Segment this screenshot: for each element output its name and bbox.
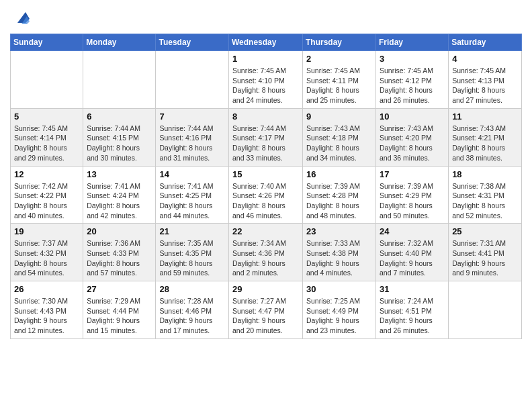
calendar-cell: 28Sunrise: 7:28 AMSunset: 4:46 PMDayligh… xyxy=(156,281,229,339)
calendar-cell xyxy=(83,51,156,109)
calendar-cell: 31Sunrise: 7:24 AMSunset: 4:51 PMDayligh… xyxy=(376,281,449,339)
day-number: 16 xyxy=(306,169,372,179)
calendar-table: SundayMondayTuesdayWednesdayThursdayFrid… xyxy=(10,34,522,339)
day-number: 6 xyxy=(87,111,152,122)
page: SundayMondayTuesdayWednesdayThursdayFrid… xyxy=(0,0,532,411)
day-info: Sunrise: 7:24 AMSunset: 4:51 PMDaylight:… xyxy=(380,296,445,336)
calendar-cell: 24Sunrise: 7:32 AMSunset: 4:40 PMDayligh… xyxy=(376,224,449,281)
day-number: 28 xyxy=(159,284,225,294)
day-number: 12 xyxy=(14,169,79,179)
day-info: Sunrise: 7:30 AMSunset: 4:43 PMDaylight:… xyxy=(14,296,79,336)
day-number: 13 xyxy=(87,169,152,179)
calendar-cell: 8Sunrise: 7:44 AMSunset: 4:17 PMDaylight… xyxy=(229,108,303,166)
day-number: 23 xyxy=(306,226,372,236)
day-info: Sunrise: 7:43 AMSunset: 4:21 PMDaylight:… xyxy=(452,124,518,163)
day-info: Sunrise: 7:27 AMSunset: 4:47 PMDaylight:… xyxy=(232,296,299,336)
day-info: Sunrise: 7:39 AMSunset: 4:28 PMDaylight:… xyxy=(306,181,372,221)
calendar-cell: 29Sunrise: 7:27 AMSunset: 4:47 PMDayligh… xyxy=(229,281,303,339)
day-number: 17 xyxy=(380,169,445,179)
day-info: Sunrise: 7:28 AMSunset: 4:46 PMDaylight:… xyxy=(159,296,225,336)
weekday-header-friday: Friday xyxy=(376,34,449,51)
day-info: Sunrise: 7:29 AMSunset: 4:44 PMDaylight:… xyxy=(87,296,152,336)
calendar-week-row: 1Sunrise: 7:45 AMSunset: 4:10 PMDaylight… xyxy=(11,51,522,109)
weekday-header-row: SundayMondayTuesdayWednesdayThursdayFrid… xyxy=(11,34,522,51)
calendar-cell: 18Sunrise: 7:38 AMSunset: 4:31 PMDayligh… xyxy=(449,166,522,224)
day-number: 4 xyxy=(452,54,518,64)
day-info: Sunrise: 7:43 AMSunset: 4:18 PMDaylight:… xyxy=(306,124,372,163)
day-number: 3 xyxy=(380,54,445,64)
day-number: 21 xyxy=(159,226,225,236)
day-info: Sunrise: 7:41 AMSunset: 4:25 PMDaylight:… xyxy=(159,181,225,221)
day-number: 15 xyxy=(232,169,299,179)
calendar-cell: 4Sunrise: 7:45 AMSunset: 4:13 PMDaylight… xyxy=(449,51,522,109)
calendar-cell: 1Sunrise: 7:45 AMSunset: 4:10 PMDaylight… xyxy=(229,51,303,109)
day-info: Sunrise: 7:35 AMSunset: 4:35 PMDaylight:… xyxy=(159,238,225,278)
calendar-cell xyxy=(156,51,229,109)
weekday-header-monday: Monday xyxy=(83,34,156,51)
calendar-week-row: 12Sunrise: 7:42 AMSunset: 4:22 PMDayligh… xyxy=(11,166,522,224)
calendar-cell: 25Sunrise: 7:31 AMSunset: 4:41 PMDayligh… xyxy=(449,224,522,281)
day-number: 19 xyxy=(14,226,79,236)
logo-icon xyxy=(12,9,31,28)
day-info: Sunrise: 7:45 AMSunset: 4:10 PMDaylight:… xyxy=(232,66,299,105)
calendar-cell: 10Sunrise: 7:43 AMSunset: 4:20 PMDayligh… xyxy=(376,108,449,166)
day-info: Sunrise: 7:34 AMSunset: 4:36 PMDaylight:… xyxy=(232,238,299,278)
day-number: 31 xyxy=(380,284,445,294)
day-info: Sunrise: 7:31 AMSunset: 4:41 PMDaylight:… xyxy=(452,238,518,278)
day-info: Sunrise: 7:38 AMSunset: 4:31 PMDaylight:… xyxy=(452,181,518,221)
day-info: Sunrise: 7:40 AMSunset: 4:26 PMDaylight:… xyxy=(232,181,299,221)
day-number: 9 xyxy=(306,111,372,122)
weekday-header-saturday: Saturday xyxy=(449,34,522,51)
day-number: 27 xyxy=(87,284,152,294)
weekday-header-thursday: Thursday xyxy=(303,34,376,51)
day-info: Sunrise: 7:45 AMSunset: 4:13 PMDaylight:… xyxy=(452,66,518,105)
day-info: Sunrise: 7:39 AMSunset: 4:29 PMDaylight:… xyxy=(380,181,445,221)
calendar-cell: 17Sunrise: 7:39 AMSunset: 4:29 PMDayligh… xyxy=(376,166,449,224)
calendar-cell: 23Sunrise: 7:33 AMSunset: 4:38 PMDayligh… xyxy=(303,224,376,281)
header xyxy=(10,7,522,28)
calendar-cell: 2Sunrise: 7:45 AMSunset: 4:11 PMDaylight… xyxy=(303,51,376,109)
calendar-cell: 5Sunrise: 7:45 AMSunset: 4:14 PMDaylight… xyxy=(11,108,83,166)
day-info: Sunrise: 7:45 AMSunset: 4:14 PMDaylight:… xyxy=(14,124,79,163)
day-number: 7 xyxy=(159,111,225,122)
day-number: 1 xyxy=(232,54,299,64)
day-number: 26 xyxy=(14,284,79,294)
weekday-header-tuesday: Tuesday xyxy=(156,34,229,51)
day-number: 11 xyxy=(452,111,518,122)
day-number: 5 xyxy=(14,111,79,122)
calendar-cell xyxy=(449,281,522,339)
day-info: Sunrise: 7:37 AMSunset: 4:32 PMDaylight:… xyxy=(14,238,79,278)
day-number: 22 xyxy=(232,226,299,236)
day-number: 14 xyxy=(159,169,225,179)
calendar-cell: 6Sunrise: 7:44 AMSunset: 4:15 PMDaylight… xyxy=(83,108,156,166)
day-number: 29 xyxy=(232,284,299,294)
day-info: Sunrise: 7:36 AMSunset: 4:33 PMDaylight:… xyxy=(87,238,152,278)
calendar-cell: 9Sunrise: 7:43 AMSunset: 4:18 PMDaylight… xyxy=(303,108,376,166)
calendar-cell: 22Sunrise: 7:34 AMSunset: 4:36 PMDayligh… xyxy=(229,224,303,281)
day-number: 30 xyxy=(306,284,372,294)
logo xyxy=(10,9,31,28)
day-info: Sunrise: 7:43 AMSunset: 4:20 PMDaylight:… xyxy=(380,124,445,163)
calendar-week-row: 19Sunrise: 7:37 AMSunset: 4:32 PMDayligh… xyxy=(11,224,522,281)
calendar-cell: 26Sunrise: 7:30 AMSunset: 4:43 PMDayligh… xyxy=(11,281,83,339)
calendar-cell: 20Sunrise: 7:36 AMSunset: 4:33 PMDayligh… xyxy=(83,224,156,281)
calendar-cell: 30Sunrise: 7:25 AMSunset: 4:49 PMDayligh… xyxy=(303,281,376,339)
calendar-cell: 13Sunrise: 7:41 AMSunset: 4:24 PMDayligh… xyxy=(83,166,156,224)
day-number: 8 xyxy=(232,111,299,122)
day-number: 24 xyxy=(380,226,445,236)
calendar-cell: 21Sunrise: 7:35 AMSunset: 4:35 PMDayligh… xyxy=(156,224,229,281)
day-info: Sunrise: 7:45 AMSunset: 4:11 PMDaylight:… xyxy=(306,66,372,105)
day-info: Sunrise: 7:44 AMSunset: 4:15 PMDaylight:… xyxy=(87,124,152,163)
day-info: Sunrise: 7:45 AMSunset: 4:12 PMDaylight:… xyxy=(380,66,445,105)
calendar-cell xyxy=(11,51,83,109)
day-number: 10 xyxy=(380,111,445,122)
weekday-header-wednesday: Wednesday xyxy=(229,34,303,51)
calendar-week-row: 5Sunrise: 7:45 AMSunset: 4:14 PMDaylight… xyxy=(11,108,522,166)
day-info: Sunrise: 7:44 AMSunset: 4:17 PMDaylight:… xyxy=(232,124,299,163)
day-number: 2 xyxy=(306,54,372,64)
day-info: Sunrise: 7:42 AMSunset: 4:22 PMDaylight:… xyxy=(14,181,79,221)
day-number: 18 xyxy=(452,169,518,179)
calendar-cell: 3Sunrise: 7:45 AMSunset: 4:12 PMDaylight… xyxy=(376,51,449,109)
day-number: 20 xyxy=(87,226,152,236)
calendar-cell: 15Sunrise: 7:40 AMSunset: 4:26 PMDayligh… xyxy=(229,166,303,224)
